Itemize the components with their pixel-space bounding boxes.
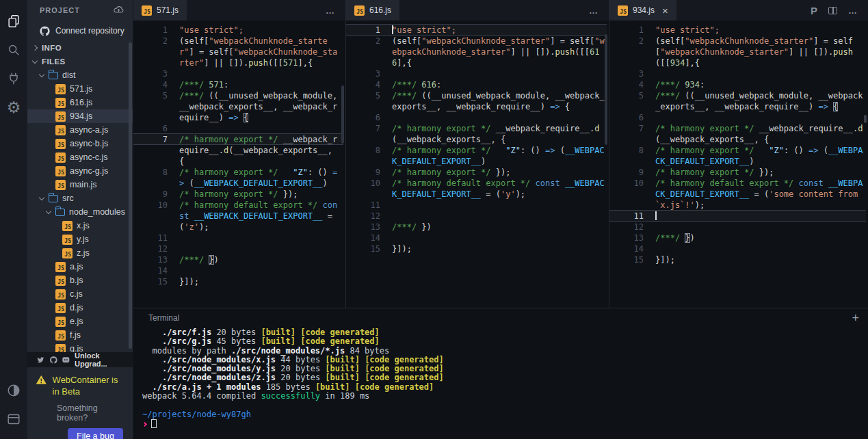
tree-item-async-g.js[interactable]: JSasync-g.js	[27, 164, 133, 178]
chevron-down-icon	[39, 194, 44, 200]
code-line: 4/***/ 571:	[133, 79, 345, 90]
code-token: /* harmony export */	[179, 168, 278, 177]
editor-body[interactable]: 1"use strict";2(self["webpackChunknode_s…	[133, 21, 345, 308]
tree-item-c.js[interactable]: JSc.js	[27, 287, 133, 301]
terminal-header: Terminal +	[133, 308, 868, 326]
connect-repository-button[interactable]: Connect repository	[27, 21, 133, 41]
terminal-token: [built] [code generated]	[325, 355, 443, 364]
tab-616.js[interactable]: JS616.js	[346, 0, 399, 21]
tree-item-e.js[interactable]: JSe.js	[27, 315, 133, 328]
tree-item-571.js[interactable]: JS571.js	[27, 82, 133, 96]
code-token: ([[	[575, 47, 590, 57]
twitter-icon[interactable]	[36, 356, 45, 364]
terminal-line: ./src/node_modules/z.js 20 bytes [built]…	[142, 373, 868, 382]
tree-item-async-a.js[interactable]: JSasync-a.js	[27, 123, 133, 137]
editor-body[interactable]: 1"use strict";2(self["webpackChunknode_s…	[609, 21, 868, 308]
line-number: 13	[609, 232, 644, 243]
tab-934.js[interactable]: JS934.js×	[609, 0, 676, 21]
code-token: ] = self[	[189, 47, 233, 57]
contrast-theme-icon[interactable]	[0, 376, 27, 405]
tree-item-a.js[interactable]: JSa.js	[27, 260, 133, 274]
tree-item-src[interactable]: src	[27, 191, 133, 205]
tree-item-dist[interactable]: dist	[27, 68, 133, 82]
code-token: push	[555, 47, 575, 57]
settings-gear-icon[interactable]: ⚙	[0, 93, 27, 122]
code-token: /* harmony export */	[655, 168, 754, 177]
tree-item-async-b.js[interactable]: JSasync-b.js	[27, 137, 133, 150]
search-icon[interactable]	[0, 36, 27, 64]
tree-item-d.js[interactable]: JSd.js	[27, 301, 133, 315]
code-token: );	[695, 200, 705, 210]
js-file-icon: JS	[55, 180, 66, 190]
editor-scrollbar-thumb[interactable]	[605, 34, 607, 145]
code-token: });	[754, 168, 774, 177]
code-text: /***/ ((__unused_webpack_module, __webpa…	[380, 90, 609, 112]
tree-item-async-c.js[interactable]: JSasync-c.js	[27, 150, 133, 164]
cloud-upload-icon[interactable]	[113, 4, 124, 17]
code-line: 10/* harmony default export */ const __W…	[609, 178, 868, 211]
tree-item-z.js[interactable]: JSz.js	[27, 246, 133, 260]
tab-571.js[interactable]: JS571.js	[133, 0, 187, 21]
more-menu-icon[interactable]: …	[848, 6, 858, 15]
code-line: 6	[133, 123, 345, 134]
editor-body[interactable]: 1"use strict";2(self["webpackChunknode_s…	[346, 21, 609, 308]
editor-scrollbar-thumb[interactable]	[341, 85, 344, 144]
tree-item-f.js[interactable]: JSf.js	[27, 328, 133, 342]
code-line: 11	[609, 211, 868, 222]
tree-section-files[interactable]: FILES	[27, 55, 133, 68]
close-tab-icon[interactable]: ×	[662, 5, 668, 16]
terminal-line: ./src/a.js + 1 modules 185 bytes [built]…	[142, 383, 868, 392]
code-token	[530, 178, 535, 188]
tree-item-x.js[interactable]: JSx.js	[27, 219, 133, 232]
terminal-token: [built] [code generated]	[261, 336, 379, 346]
tree-item-node_modules[interactable]: node_modules	[27, 205, 133, 219]
code-token	[317, 200, 322, 210]
code-token: =>	[545, 146, 555, 155]
tree-item-main.js[interactable]: JSmain.js	[27, 178, 133, 191]
browser-window-icon[interactable]	[0, 405, 27, 434]
code-text: }]);	[380, 243, 609, 254]
code-token: )	[690, 233, 695, 243]
editor-scrollbar-thumb[interactable]	[864, 115, 867, 123]
files-icon[interactable]	[0, 7, 27, 36]
unlock-upgrade-bar[interactable]: Unlock Upgrad...	[27, 352, 133, 367]
tree-item-616.js[interactable]: JS616.js	[27, 96, 133, 109]
split-editor-icon[interactable]	[828, 7, 837, 14]
code-token: ],{	[397, 58, 412, 68]
line-number: 10	[609, 178, 644, 211]
add-terminal-icon[interactable]: +	[852, 311, 859, 325]
terminal-token	[142, 364, 162, 373]
code-text	[168, 243, 345, 254]
tree-item-label: src	[62, 194, 74, 203]
text-cursor	[655, 211, 657, 220]
code-text	[380, 211, 609, 222]
code-token	[491, 146, 506, 155]
code-token	[754, 146, 770, 155]
prettier-icon[interactable]: P	[811, 5, 817, 16]
code-line: 13/***/ })	[133, 254, 345, 265]
chevron-down-icon	[32, 57, 38, 63]
terminal-token: ./src/node_modules/y.js	[162, 364, 276, 373]
file-a-bug-button[interactable]: File a bug	[68, 428, 123, 439]
pane-actions: …	[399, 0, 609, 21]
tree-item-y.js[interactable]: JSy.js	[27, 232, 133, 246]
more-menu-icon[interactable]: …	[589, 6, 599, 15]
more-menu-icon[interactable]: …	[326, 6, 336, 15]
code-token: (	[818, 146, 828, 155]
discord-icon[interactable]	[62, 356, 70, 364]
code-token: {	[833, 102, 838, 111]
tree-item-g.js[interactable]: JSg.js	[27, 342, 133, 352]
github-icon[interactable]	[49, 356, 58, 364]
tree-section-info[interactable]: INFO	[27, 41, 133, 55]
code-token: :	[224, 80, 228, 90]
code-line: 12	[133, 243, 345, 254]
terminal-output[interactable]: ./src/f.js 20 bytes [built] [code genera…	[133, 326, 868, 429]
code-token: /* harmony export */	[179, 189, 278, 199]
warning-icon	[36, 374, 47, 386]
line-number: 5	[346, 90, 380, 112]
ports-plug-icon[interactable]	[0, 64, 27, 93]
tab-strip: JS616.js…	[346, 0, 609, 21]
tree-item-934.js[interactable]: JS934.js	[27, 109, 133, 123]
tree-scrollbar[interactable]	[129, 42, 132, 349]
tree-item-b.js[interactable]: JSb.js	[27, 274, 133, 287]
